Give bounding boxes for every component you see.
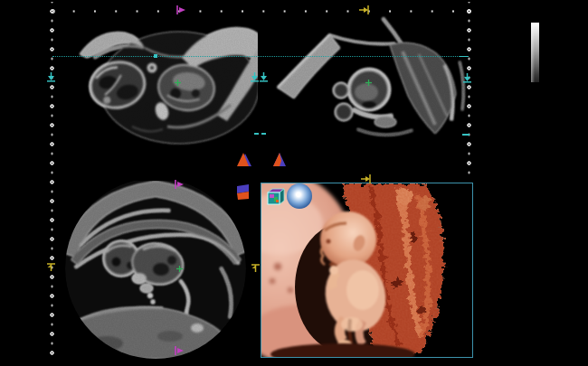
measurement-cross xyxy=(175,80,181,86)
region-marker xyxy=(251,263,261,273)
focus-marker[interactable] xyxy=(259,72,269,82)
focus-marker[interactable] xyxy=(462,73,472,83)
reference-line-end-segment xyxy=(460,56,469,58)
probe-orientation-marker xyxy=(175,5,186,15)
axis-marker xyxy=(360,174,373,184)
render-direction-triangle-left xyxy=(237,152,251,167)
render-direction-triangle-right xyxy=(272,152,287,167)
horizontal-reference-line xyxy=(52,56,469,57)
fetus-3d-render xyxy=(261,183,472,357)
left-ruler xyxy=(48,2,56,356)
focus-marker[interactable] xyxy=(46,72,56,82)
quadrant-top-left-image[interactable] xyxy=(52,11,258,178)
ultrasound-screen xyxy=(0,0,588,366)
depth-tick xyxy=(261,133,266,135)
top-ruler xyxy=(63,7,458,15)
axis-marker xyxy=(358,5,371,15)
quadrant-top-right-image[interactable] xyxy=(267,11,468,178)
region-marker xyxy=(46,262,56,272)
quadrant-bottom-right-render-box[interactable] xyxy=(261,183,473,358)
probe-orientation-marker xyxy=(174,345,185,356)
depth-tick xyxy=(462,134,469,136)
orientation-cube-icon[interactable] xyxy=(266,186,286,206)
grayscale-map-bar xyxy=(531,23,539,82)
light-source-sphere-icon[interactable] xyxy=(287,183,312,209)
right-ruler xyxy=(465,2,473,180)
render-cube-marker xyxy=(236,184,250,200)
depth-tick xyxy=(254,133,259,135)
reference-line-handle[interactable] xyxy=(154,54,157,58)
probe-orientation-marker xyxy=(174,179,185,190)
quadrant-bottom-left-image[interactable] xyxy=(52,181,258,359)
measurement-cross xyxy=(176,266,183,272)
measurement-cross xyxy=(365,80,372,86)
